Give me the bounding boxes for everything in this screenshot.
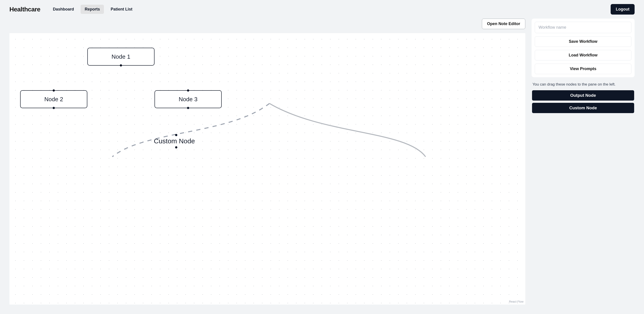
flow-node-3[interactable]: Node 3 — [154, 90, 222, 108]
workflow-card: Save Workflow Load Workflow View Prompts — [532, 18, 634, 77]
flow-node-1[interactable]: Node 1 — [87, 48, 154, 66]
palette-custom-node[interactable]: Custom Node — [532, 103, 634, 113]
flow-node-2-handle-bottom[interactable] — [52, 107, 55, 109]
flow-custom-node-handle-top[interactable] — [175, 134, 177, 136]
nav-links: Dashboard Reports Patient List — [49, 5, 136, 14]
flow-custom-node-handle-bottom[interactable] — [175, 146, 177, 148]
flow-node-1-handle-bottom[interactable] — [120, 64, 122, 66]
nav-dashboard[interactable]: Dashboard — [49, 5, 78, 14]
flow-node-3-handle-top[interactable] — [187, 89, 189, 92]
flow-node-2-handle-top[interactable] — [52, 89, 55, 92]
flow-node-2[interactable]: Node 2 — [20, 90, 87, 108]
nav-patient-list[interactable]: Patient List — [106, 5, 136, 14]
drag-help-text: You can drag these nodes to the pane on … — [532, 77, 634, 90]
flow-attribution: React Flow — [509, 300, 524, 303]
flow-edges — [10, 33, 525, 304]
save-workflow-button[interactable]: Save Workflow — [535, 36, 632, 47]
view-prompts-button[interactable]: View Prompts — [535, 64, 632, 74]
open-note-editor-button[interactable]: Open Note Editor — [482, 18, 525, 29]
load-workflow-button[interactable]: Load Workflow — [535, 50, 632, 60]
flow-custom-node[interactable]: Custom Node — [154, 137, 195, 145]
flow-node-1-label: Node 1 — [112, 53, 130, 60]
workflow-name-input[interactable] — [535, 22, 632, 33]
nav-reports[interactable]: Reports — [80, 5, 104, 14]
palette-output-node[interactable]: Output Node — [532, 90, 634, 100]
top-nav: Healthcare Dashboard Reports Patient Lis… — [0, 0, 644, 18]
flow-node-3-handle-bottom[interactable] — [187, 107, 189, 109]
flow-node-2-label: Node 2 — [44, 96, 63, 103]
brand-title: Healthcare — [10, 6, 40, 13]
flow-node-3-label: Node 3 — [179, 96, 198, 103]
flow-canvas[interactable]: Node 1 Node 2 Node 3 Custom Node — [10, 33, 525, 304]
node-palette: Output Node Custom Node — [532, 90, 634, 114]
logout-button[interactable]: Logout — [611, 4, 634, 14]
